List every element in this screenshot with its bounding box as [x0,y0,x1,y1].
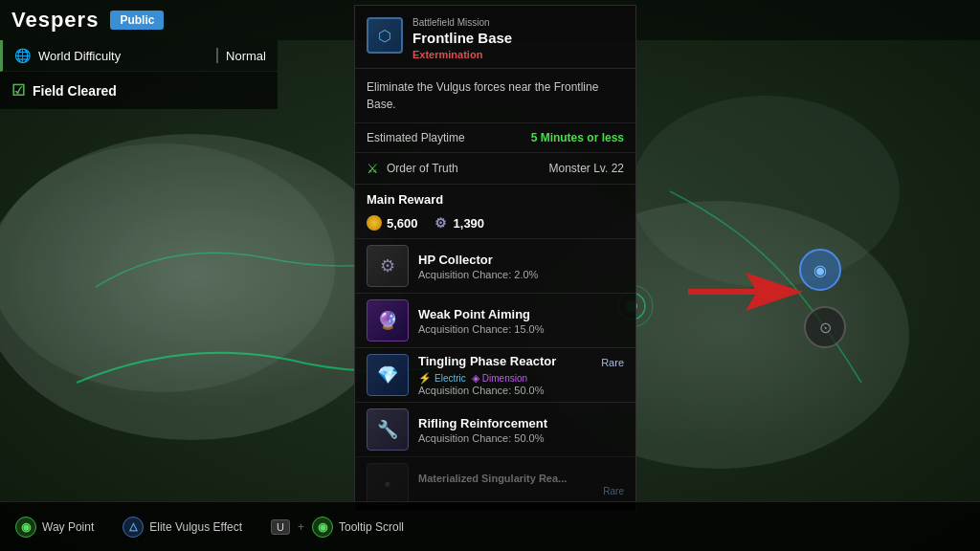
reward-thumb-more: ▪ [367,463,409,505]
currency-rewards: 5,600 ⚙ 1,390 [355,211,635,238]
panel-header: ⬡ Battlefield Mission Frontline Base Ext… [355,6,635,69]
mission-mode: Extermination [412,49,624,60]
gear-reward: ⚙ 1,390 [434,215,485,231]
field-cleared-label: Field Cleared [33,83,117,99]
faction-name: Order of Truth [387,162,549,175]
waypoint-icon-symbol: ◉ [21,520,31,534]
playtime-value: 5 Minutes or less [531,131,624,144]
reward-info-weak: Weak Point Aiming Acquisition Chance: 15… [418,307,624,335]
faction-row: ⚔ Order of Truth Monster Lv. 22 [355,153,635,185]
bottom-bar: ◉ Way Point △ Elite Vulgus Effect U + ◉ … [0,501,980,551]
reward-items-list: ⚙ HP Collector Acquisition Chance: 2.0% … [355,238,635,511]
rare-badge: Rare [601,357,624,368]
public-badge: Public [110,11,164,30]
scroll-icon-symbol: ◉ [318,520,327,534]
mission-description: Eliminate the Vulgus forces near the Fro… [355,69,635,123]
plus-sign: + [298,520,304,534]
reward-chance: Acquisition Chance: 15.0% [418,323,624,335]
mission-type-label: Battlefield Mission [412,17,624,28]
field-cleared-row: ☑ Field Cleared [0,72,278,109]
mission-icon: ⬡ [367,17,403,54]
reward-thumb-icon: 🔮 [377,310,398,331]
reward-info-hp: HP Collector Acquisition Chance: 2.0% [418,253,624,280]
waypoint-hint-label: Way Point [42,520,94,534]
gold-amount: 5,600 [387,216,418,231]
reward-name: Tingling Phase Reactor [418,354,556,368]
dimension-icon: ◈ [472,372,479,385]
gear-icon: ⚙ [434,215,449,231]
playtime-row: Estimated Playtime 5 Minutes or less [355,123,635,153]
dimension-tag: ◈ Dimension [472,372,527,385]
right-gear-icon[interactable]: ⊙ [804,306,846,348]
reward-thumb-icon: 💎 [377,364,398,386]
reward-thumb-icon: 🔧 [377,419,398,440]
reward-tags: ⚡ Electric ◈ Dimension [418,372,624,385]
tooltip-scroll-label: Tooltip Scroll [339,520,404,534]
rare-more: Rare [603,486,624,496]
tooltip-scroll-icon: ◉ [312,517,333,538]
mission-panel: ⬡ Battlefield Mission Frontline Base Ext… [354,5,636,512]
settings-symbol: ⊙ [819,319,832,337]
mission-name: Frontline Base [412,30,624,46]
reward-item: ⚙ HP Collector Acquisition Chance: 2.0% [355,238,635,293]
divider-line [216,48,218,63]
mission-info: Battlefield Mission Frontline Base Exter… [412,17,624,60]
elite-vulgus-label: Elite Vulgus Effect [149,520,242,534]
tooltip-scroll-hint: U + ◉ Tooltip Scroll [271,517,404,538]
check-icon: ☑ [11,81,25,99]
game-title: Vespers [11,8,99,33]
reward-name: HP Collector [418,253,624,267]
waypoint-hint: ◉ Way Point [15,517,94,538]
waypoint-hint-icon: ◉ [15,517,36,538]
reward-chance: Acquisition Chance: 50.0% [418,432,624,444]
reward-item: 🔧 Rifling Reinforcement Acquisition Chan… [355,402,635,456]
gear-amount: 1,390 [454,216,485,231]
reward-chance: Acquisition Chance: 2.0% [418,269,624,280]
faction-icon: ⚔ [367,161,379,176]
playtime-label: Estimated Playtime [367,131,531,144]
elite-vulgus-icon: △ [122,517,144,538]
reward-name-more: Materialized Singularity Rea... [418,473,624,484]
reward-chance: Acquisition Chance: 50.0% [418,385,624,396]
reward-item: 🔮 Weak Point Aiming Acquisition Chance: … [355,293,635,347]
reward-thumb-hp: ⚙ [367,245,409,287]
tooltip-key: U [271,519,290,535]
reward-info-rifling: Rifling Reinforcement Acquisition Chance… [418,416,624,444]
reward-thumb-icon: ⚙ [380,255,395,276]
world-difficulty-row: 🌐 World Difficulty Normal [0,40,278,72]
left-sidebar: 🌐 World Difficulty Normal ☑ Field Cleare… [0,40,278,109]
waypoint-symbol: ◉ [813,261,827,279]
faction-level: Monster Lv. 22 [549,162,624,175]
electric-icon: ⚡ [418,372,432,385]
reward-info-more: Materialized Singularity Rea... Rare [418,473,624,496]
reward-name: Weak Point Aiming [418,307,624,321]
reward-thumb-rifling: 🔧 [367,408,409,451]
more-icon: ▪ [385,474,390,495]
rewards-section-title: Main Reward [355,185,635,211]
gold-reward: 5,600 [367,215,418,231]
world-icon: 🌐 [14,48,31,63]
difficulty-label: World Difficulty [38,49,121,63]
reward-info-reactor: Tingling Phase Reactor Rare ⚡ Electric ◈… [418,354,624,396]
reward-item: 💎 Tingling Phase Reactor Rare ⚡ Electric… [355,347,635,402]
reward-thumb-weak: 🔮 [367,299,409,342]
elite-vulgus-hint: △ Elite Vulgus Effect [122,517,242,538]
right-waypoint-icon[interactable]: ◉ [799,249,841,291]
electric-tag: ⚡ Electric [418,372,466,385]
reward-thumb-reactor: 💎 [367,354,409,396]
gold-icon [367,215,382,231]
difficulty-value: Normal [226,49,266,63]
reward-name: Rifling Reinforcement [418,416,624,430]
